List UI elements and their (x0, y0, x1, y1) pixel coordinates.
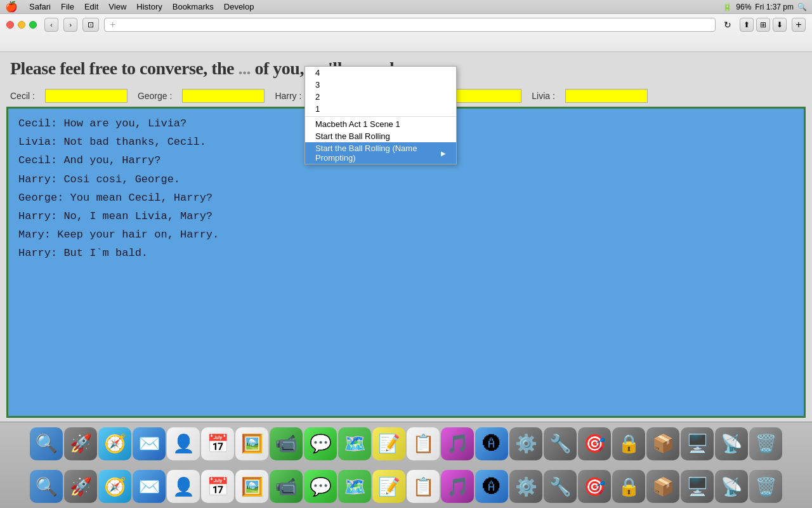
dock2-safari[interactable]: 🧭 (98, 470, 131, 503)
dock-appstore[interactable]: 🅐 (475, 427, 508, 460)
dock-photos[interactable]: 🖼️ (235, 427, 268, 460)
conv-line-6: Harry: No, I mean Livia, Mary? (18, 208, 794, 225)
dock-misc2[interactable]: 🔧 (544, 427, 577, 460)
dock2-misc1[interactable]: ⚙️ (509, 470, 542, 503)
dock-facetime[interactable]: 📹 (270, 427, 303, 460)
new-tab-button[interactable]: + (792, 18, 806, 32)
reload-button[interactable]: ↻ (721, 18, 735, 32)
address-plus: + (110, 19, 115, 30)
cecil-label: Cecil : (10, 91, 35, 101)
dropdown-macbeth[interactable]: Macbeth Act 1 Scene 1 (305, 118, 456, 130)
dock-safari[interactable]: 🧭 (98, 427, 131, 460)
dropdown-item-1[interactable]: 1 (305, 103, 456, 115)
dock-maps[interactable]: 🗺️ (338, 427, 371, 460)
menu-bookmarks[interactable]: Bookmarks (167, 2, 219, 11)
menu-view[interactable]: View (103, 2, 131, 11)
address-bar[interactable]: + (104, 18, 716, 32)
dock-messages[interactable]: 💬 (304, 427, 337, 460)
livia-input[interactable] (565, 89, 648, 103)
expand-button[interactable]: ⊞ (756, 18, 770, 32)
dock2-misc2[interactable]: 🔧 (544, 470, 577, 503)
dock-mail[interactable]: ✉️ (133, 427, 166, 460)
dropdown-start-ball-rolling[interactable]: Start the Ball Rolling (305, 130, 456, 142)
dock2-misc7[interactable]: 📡 (715, 470, 748, 503)
dock-misc3[interactable]: 🎯 (578, 427, 611, 460)
dropdown-menu[interactable]: 4 3 2 1 Macbeth Act 1 Scene 1 Start the … (304, 66, 457, 164)
battery-percent: 96% (736, 3, 751, 11)
george-input[interactable] (182, 89, 265, 103)
dock2-misc3[interactable]: 🎯 (578, 470, 611, 503)
dock-row-2: 🔍 🚀 🧭 ✉️ 👤 📅 🖼️ 📹 💬 🗺️ 📝 📋 🎵 🅐 ⚙️ 🔧 🎯 🔒 … (0, 465, 812, 509)
browser-chrome: ‹ › ⊡ + ↻ ⬆ ⊞ ⬇ + (0, 14, 812, 52)
dock2-appstore[interactable]: 🅐 (475, 470, 508, 503)
conv-line-8: Harry: But I`m bald. (18, 244, 794, 262)
cecil-input[interactable] (45, 89, 128, 103)
close-button[interactable] (6, 21, 14, 29)
dock-launchpad[interactable]: 🚀 (64, 427, 97, 460)
minimize-button[interactable] (18, 21, 25, 29)
download-button[interactable]: ⬇ (773, 18, 787, 32)
dock2-misc6[interactable]: 🖥️ (681, 470, 714, 503)
dock2-mail[interactable]: ✉️ (133, 470, 166, 503)
menu-edit[interactable]: Edit (79, 2, 103, 11)
dock-misc5[interactable]: 📦 (646, 427, 679, 460)
dock2-launchpad[interactable]: 🚀 (64, 470, 97, 503)
conv-line-5: George: You mean Cecil, Harry? (18, 189, 794, 206)
dock2-trash[interactable]: 🗑️ (749, 470, 782, 503)
dock-calendar[interactable]: 📅 (201, 427, 234, 460)
livia-label: Livia : (532, 91, 555, 101)
menubar: 🍎 Safari File Edit View History Bookmark… (0, 0, 812, 14)
menubar-status: 🔋 96% Fri 1:37 pm 🔍 (723, 3, 807, 11)
dropdown-item-4[interactable]: 4 (305, 67, 456, 79)
menu-file[interactable]: File (56, 2, 79, 11)
dropdown-separator-1 (305, 116, 456, 117)
dock-misc1[interactable]: ⚙️ (509, 427, 542, 460)
dock-contacts[interactable]: 👤 (167, 427, 200, 460)
dropdown-item-3[interactable]: 3 (305, 79, 456, 91)
tab-view-button[interactable]: ⊡ (82, 18, 99, 32)
apple-menu[interactable]: 🍎 (5, 1, 18, 13)
dock2-calendar[interactable]: 📅 (201, 470, 234, 503)
dock-itunes[interactable]: 🎵 (441, 427, 474, 460)
dock2-misc5[interactable]: 📦 (646, 470, 679, 503)
dock-trash[interactable]: 🗑️ (749, 427, 782, 460)
battery-icon: 🔋 (723, 3, 732, 11)
menu-history[interactable]: History (131, 2, 167, 11)
conv-line-4: Harry: Cosi cosi, George. (18, 171, 794, 188)
conv-line-7: Mary: Keep your hair on, Harry. (18, 226, 794, 243)
traffic-lights (6, 21, 37, 29)
dock-finder[interactable]: 🔍 (30, 427, 63, 460)
dock-row-1: 🔍 🚀 🧭 ✉️ 👤 📅 🖼️ 📹 💬 🗺️ 📝 📋 🎵 🅐 ⚙️ 🔧 🎯 🔒 … (0, 422, 812, 465)
george-label: George : (138, 91, 172, 101)
dock2-finder[interactable]: 🔍 (30, 470, 63, 503)
dock-notes[interactable]: 📝 (372, 427, 405, 460)
forward-button[interactable]: › (63, 18, 77, 32)
dock2-messages[interactable]: 💬 (304, 470, 337, 503)
dropdown-item-2[interactable]: 2 (305, 91, 456, 103)
share-button[interactable]: ⬆ (740, 18, 754, 32)
dock-reminders[interactable]: 📋 (407, 427, 440, 460)
dock2-notes[interactable]: 📝 (372, 470, 405, 503)
maximize-button[interactable] (29, 21, 37, 29)
main-wrapper: Please feel free to converse, the ... of… (0, 52, 812, 508)
dock-misc6[interactable]: 🖥️ (681, 427, 714, 460)
dock2-photos[interactable]: 🖼️ (235, 470, 268, 503)
back-button[interactable]: ‹ (44, 18, 58, 32)
dock2-maps[interactable]: 🗺️ (338, 470, 371, 503)
menu-develop[interactable]: Develop (219, 2, 259, 11)
dock2-facetime[interactable]: 📹 (270, 470, 303, 503)
dock-misc7[interactable]: 📡 (715, 427, 748, 460)
search-icon[interactable]: 🔍 (797, 3, 807, 11)
dock2-contacts[interactable]: 👤 (167, 470, 200, 503)
clock: Fri 1:37 pm (755, 3, 794, 11)
dock2-itunes[interactable]: 🎵 (441, 470, 474, 503)
dock-misc4[interactable]: 🔒 (612, 427, 645, 460)
dock2-misc4[interactable]: 🔒 (612, 470, 645, 503)
harry-label: Harry : (275, 91, 301, 101)
menu-safari[interactable]: Safari (24, 2, 56, 11)
dropdown-start-name-prompting[interactable]: Start the Ball Rolling (Name Prompting) … (305, 142, 456, 164)
dock: 🔍 🚀 🧭 ✉️ 👤 📅 🖼️ 📹 💬 🗺️ 📝 📋 🎵 🅐 ⚙️ 🔧 🎯 🔒 … (0, 422, 812, 508)
dock2-reminders[interactable]: 📋 (407, 470, 440, 503)
